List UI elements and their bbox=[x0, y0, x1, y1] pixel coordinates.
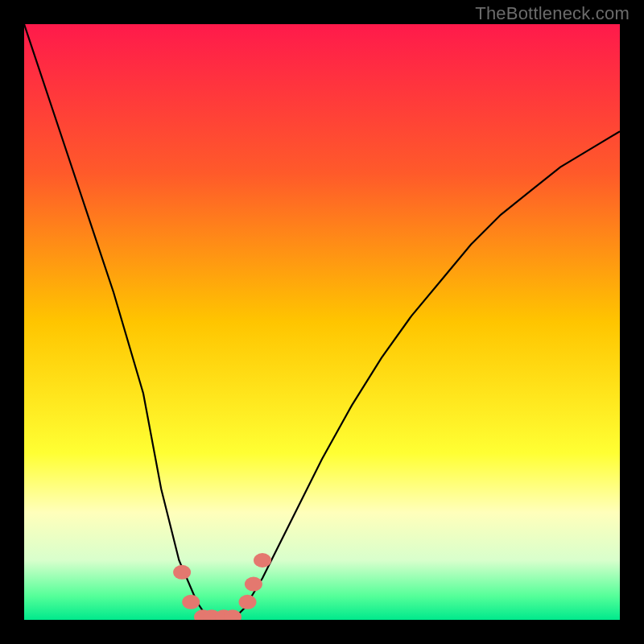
gradient-background bbox=[24, 24, 620, 620]
curve-marker bbox=[254, 553, 271, 568]
curve-marker bbox=[173, 565, 191, 580]
curve-marker bbox=[182, 595, 200, 609]
curve-marker bbox=[239, 595, 257, 609]
plot-area bbox=[24, 24, 620, 620]
plot-svg bbox=[24, 24, 620, 620]
chart-frame: TheBottleneck.com bbox=[0, 0, 644, 644]
curve-marker bbox=[245, 577, 262, 592]
watermark-text: TheBottleneck.com bbox=[475, 3, 630, 24]
